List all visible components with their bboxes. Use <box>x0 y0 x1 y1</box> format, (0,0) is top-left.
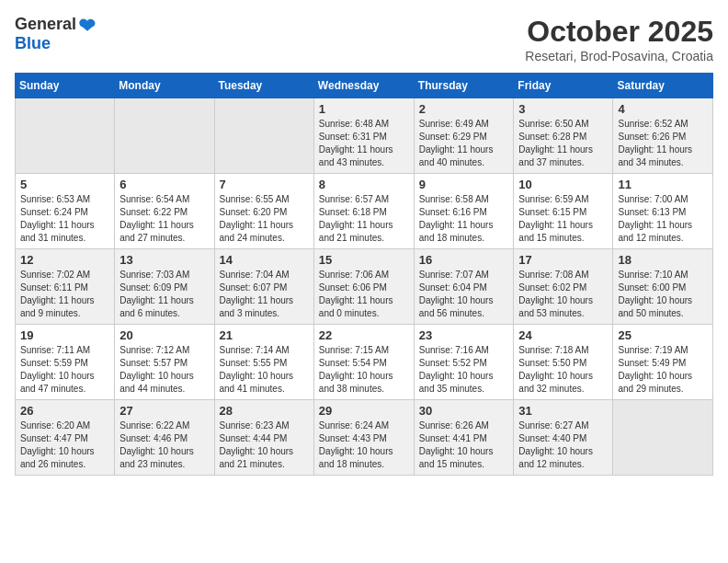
day-number: 31 <box>518 404 608 418</box>
day-number: 25 <box>618 328 708 342</box>
logo-bird-icon <box>78 16 97 34</box>
weekday-header: Wednesday <box>313 74 414 98</box>
day-number: 30 <box>419 404 509 418</box>
day-number: 5 <box>20 178 109 191</box>
day-number: 29 <box>319 404 409 418</box>
day-info: Sunrise: 7:02 AMSunset: 6:11 PMDaylight:… <box>20 269 109 320</box>
calendar-day-cell: 26Sunrise: 6:20 AMSunset: 4:47 PMDayligh… <box>16 400 115 476</box>
day-info: Sunrise: 6:48 AMSunset: 6:31 PMDaylight:… <box>319 118 409 169</box>
day-number: 21 <box>220 328 309 342</box>
calendar-day-cell <box>115 98 214 174</box>
day-info: Sunrise: 7:00 AMSunset: 6:13 PMDaylight:… <box>618 193 708 245</box>
calendar-day-cell: 21Sunrise: 7:14 AMSunset: 5:55 PMDayligh… <box>214 325 313 400</box>
day-info: Sunrise: 7:11 AMSunset: 5:59 PMDaylight:… <box>20 344 109 396</box>
day-info: Sunrise: 6:53 AMSunset: 6:24 PMDaylight:… <box>20 193 109 245</box>
day-info: Sunrise: 7:08 AMSunset: 6:02 PMDaylight:… <box>518 269 608 320</box>
calendar-day-cell: 19Sunrise: 7:11 AMSunset: 5:59 PMDayligh… <box>16 325 115 400</box>
weekday-header: Monday <box>115 74 214 98</box>
calendar-day-cell: 12Sunrise: 7:02 AMSunset: 6:11 PMDayligh… <box>16 249 115 325</box>
day-number: 7 <box>220 178 309 191</box>
title-section: October 2025 Resetari, Brod-Posavina, Cr… <box>525 15 713 63</box>
day-info: Sunrise: 6:58 AMSunset: 6:16 PMDaylight:… <box>419 193 509 245</box>
calendar-day-cell: 1Sunrise: 6:48 AMSunset: 6:31 PMDaylight… <box>313 98 414 174</box>
day-number: 1 <box>319 102 409 116</box>
logo-general-text: General <box>15 15 76 34</box>
day-number: 18 <box>618 253 708 267</box>
calendar-day-cell: 22Sunrise: 7:15 AMSunset: 5:54 PMDayligh… <box>313 325 414 400</box>
day-number: 8 <box>319 178 409 191</box>
calendar-day-cell: 10Sunrise: 6:59 AMSunset: 6:15 PMDayligh… <box>514 174 613 249</box>
day-info: Sunrise: 7:07 AMSunset: 6:04 PMDaylight:… <box>419 269 509 320</box>
day-number: 9 <box>419 178 509 191</box>
calendar-day-cell: 28Sunrise: 6:23 AMSunset: 4:44 PMDayligh… <box>214 400 313 476</box>
calendar-day-cell: 2Sunrise: 6:49 AMSunset: 6:29 PMDaylight… <box>414 98 514 174</box>
day-number: 17 <box>518 253 608 267</box>
calendar-day-cell: 20Sunrise: 7:12 AMSunset: 5:57 PMDayligh… <box>115 325 214 400</box>
day-info: Sunrise: 6:22 AMSunset: 4:46 PMDaylight:… <box>119 419 209 471</box>
day-info: Sunrise: 6:27 AMSunset: 4:40 PMDaylight:… <box>518 419 608 471</box>
day-info: Sunrise: 6:54 AMSunset: 6:22 PMDaylight:… <box>119 193 209 245</box>
calendar-day-cell <box>16 98 115 174</box>
day-number: 2 <box>419 102 509 116</box>
day-number: 12 <box>20 253 109 267</box>
day-number: 19 <box>20 328 109 342</box>
day-info: Sunrise: 7:06 AMSunset: 6:06 PMDaylight:… <box>319 269 409 320</box>
calendar-week-row: 12Sunrise: 7:02 AMSunset: 6:11 PMDayligh… <box>16 249 713 325</box>
day-number: 20 <box>119 328 209 342</box>
calendar-day-cell: 17Sunrise: 7:08 AMSunset: 6:02 PMDayligh… <box>514 249 613 325</box>
weekday-header-row: SundayMondayTuesdayWednesdayThursdayFrid… <box>16 74 713 98</box>
weekday-header: Friday <box>514 74 613 98</box>
calendar-day-cell: 23Sunrise: 7:16 AMSunset: 5:52 PMDayligh… <box>414 325 514 400</box>
calendar-week-row: 19Sunrise: 7:11 AMSunset: 5:59 PMDayligh… <box>16 325 713 400</box>
calendar-day-cell: 11Sunrise: 7:00 AMSunset: 6:13 PMDayligh… <box>613 174 713 249</box>
day-number: 6 <box>119 178 209 191</box>
month-title: October 2025 <box>525 15 713 49</box>
day-number: 22 <box>319 328 409 342</box>
calendar-day-cell: 29Sunrise: 6:24 AMSunset: 4:43 PMDayligh… <box>313 400 414 476</box>
calendar-day-cell: 6Sunrise: 6:54 AMSunset: 6:22 PMDaylight… <box>115 174 214 249</box>
day-info: Sunrise: 6:20 AMSunset: 4:47 PMDaylight:… <box>20 419 109 471</box>
day-number: 23 <box>419 328 509 342</box>
logo: General Blue <box>15 15 97 53</box>
calendar-day-cell: 27Sunrise: 6:22 AMSunset: 4:46 PMDayligh… <box>115 400 214 476</box>
calendar-day-cell: 16Sunrise: 7:07 AMSunset: 6:04 PMDayligh… <box>414 249 514 325</box>
weekday-header: Tuesday <box>214 74 313 98</box>
day-info: Sunrise: 7:12 AMSunset: 5:57 PMDaylight:… <box>119 344 209 396</box>
day-info: Sunrise: 6:24 AMSunset: 4:43 PMDaylight:… <box>319 419 409 471</box>
logo-blue-text: Blue <box>15 34 51 53</box>
day-info: Sunrise: 7:18 AMSunset: 5:50 PMDaylight:… <box>518 344 608 396</box>
calendar-day-cell <box>613 400 713 476</box>
day-info: Sunrise: 6:55 AMSunset: 6:20 PMDaylight:… <box>220 193 309 245</box>
day-number: 10 <box>518 178 608 191</box>
calendar-day-cell: 4Sunrise: 6:52 AMSunset: 6:26 PMDaylight… <box>613 98 713 174</box>
day-info: Sunrise: 6:59 AMSunset: 6:15 PMDaylight:… <box>518 193 608 245</box>
calendar-day-cell <box>214 98 313 174</box>
day-info: Sunrise: 6:50 AMSunset: 6:28 PMDaylight:… <box>518 118 608 169</box>
day-number: 24 <box>518 328 608 342</box>
weekday-header: Thursday <box>414 74 514 98</box>
calendar-day-cell: 15Sunrise: 7:06 AMSunset: 6:06 PMDayligh… <box>313 249 414 325</box>
day-info: Sunrise: 6:49 AMSunset: 6:29 PMDaylight:… <box>419 118 509 169</box>
day-info: Sunrise: 7:03 AMSunset: 6:09 PMDaylight:… <box>119 269 209 320</box>
day-info: Sunrise: 6:26 AMSunset: 4:41 PMDaylight:… <box>419 419 509 471</box>
calendar-day-cell: 9Sunrise: 6:58 AMSunset: 6:16 PMDaylight… <box>414 174 514 249</box>
day-info: Sunrise: 6:23 AMSunset: 4:44 PMDaylight:… <box>220 419 309 471</box>
calendar-day-cell: 7Sunrise: 6:55 AMSunset: 6:20 PMDaylight… <box>214 174 313 249</box>
calendar-day-cell: 5Sunrise: 6:53 AMSunset: 6:24 PMDaylight… <box>16 174 115 249</box>
day-info: Sunrise: 7:10 AMSunset: 6:00 PMDaylight:… <box>618 269 708 320</box>
day-number: 13 <box>119 253 209 267</box>
day-info: Sunrise: 6:52 AMSunset: 6:26 PMDaylight:… <box>618 118 708 169</box>
day-number: 4 <box>618 102 708 116</box>
day-number: 3 <box>518 102 608 116</box>
calendar-day-cell: 30Sunrise: 6:26 AMSunset: 4:41 PMDayligh… <box>414 400 514 476</box>
day-info: Sunrise: 6:57 AMSunset: 6:18 PMDaylight:… <box>319 193 409 245</box>
day-number: 14 <box>220 253 309 267</box>
day-number: 27 <box>119 404 209 418</box>
day-info: Sunrise: 7:16 AMSunset: 5:52 PMDaylight:… <box>419 344 509 396</box>
calendar-day-cell: 18Sunrise: 7:10 AMSunset: 6:00 PMDayligh… <box>613 249 713 325</box>
day-info: Sunrise: 7:04 AMSunset: 6:07 PMDaylight:… <box>220 269 309 320</box>
calendar-week-row: 26Sunrise: 6:20 AMSunset: 4:47 PMDayligh… <box>16 400 713 476</box>
calendar-day-cell: 8Sunrise: 6:57 AMSunset: 6:18 PMDaylight… <box>313 174 414 249</box>
weekday-header: Saturday <box>613 74 713 98</box>
day-info: Sunrise: 7:15 AMSunset: 5:54 PMDaylight:… <box>319 344 409 396</box>
